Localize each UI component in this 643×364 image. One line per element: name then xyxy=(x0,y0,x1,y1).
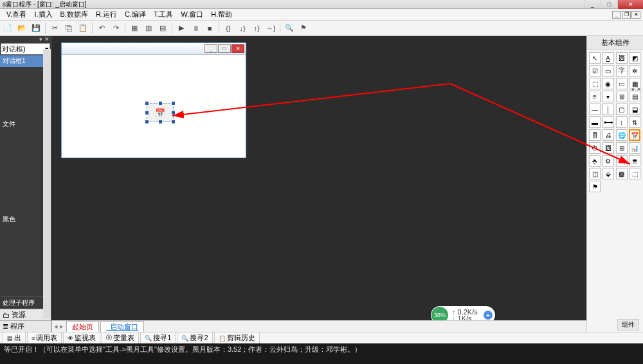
tool-report-icon[interactable]: 📄 xyxy=(616,155,628,167)
resize-handle-br[interactable] xyxy=(172,120,175,123)
tool-hline-icon[interactable]: — xyxy=(589,104,601,115)
menu-view[interactable]: V.查看 xyxy=(3,10,30,19)
tb-paste-icon[interactable]: 📋 xyxy=(77,22,89,35)
tab-program[interactable]: ≣程序 xyxy=(0,320,51,332)
tool-socket-icon[interactable]: ⬘ xyxy=(589,155,601,167)
mdi-close-button[interactable]: ✕ xyxy=(631,11,640,19)
menu-run[interactable]: R.运行 xyxy=(92,10,121,19)
tool-picture-icon[interactable]: 🖼 xyxy=(616,52,628,64)
tool-timer-icon[interactable]: ⏱ xyxy=(589,142,601,154)
resize-handle-bc[interactable] xyxy=(159,120,162,123)
form-minimize-button[interactable]: _ xyxy=(204,44,217,53)
tool-slider-icon[interactable]: ⟷ xyxy=(602,116,614,128)
selected-widget[interactable]: 📅 xyxy=(147,103,174,122)
minimize-button[interactable]: _ xyxy=(584,0,601,9)
design-canvas[interactable]: _ □ ✕ 📅 38% ↑ xyxy=(51,36,586,332)
tb-stop-icon[interactable]: ■ xyxy=(203,22,216,35)
tb-layout1-icon[interactable]: ▦ xyxy=(128,22,141,35)
tb-undo-icon[interactable]: ↶ xyxy=(95,22,108,35)
resize-handle-rc[interactable] xyxy=(172,111,175,114)
tab-search1[interactable]: 🔍搜寻1 xyxy=(140,332,176,344)
tool-com1-icon[interactable]: ◫ xyxy=(589,168,601,179)
panel-pin-icon[interactable]: ▾ ✕ xyxy=(631,86,642,93)
resize-handle-tr[interactable] xyxy=(172,102,175,105)
form-close-button[interactable]: ✕ xyxy=(231,44,244,53)
menu-window[interactable]: W.窗口 xyxy=(177,10,207,19)
tool-calendar-icon[interactable]: 📅 xyxy=(629,129,640,141)
menu-help[interactable]: H.帮助 xyxy=(207,10,236,19)
tool-com3-icon[interactable]: ▩ xyxy=(616,168,628,179)
tab-nav-icon[interactable]: ◂ ▸ xyxy=(54,322,64,331)
tab-watch[interactable]: 👁监视表 xyxy=(63,332,100,344)
tool-group-icon[interactable]: ▭ xyxy=(616,78,628,89)
tool-scroll-icon[interactable]: ↕ xyxy=(616,116,628,128)
tb-step4-icon[interactable]: →} xyxy=(264,22,277,35)
tool-label-icon[interactable]: A̲ xyxy=(602,52,614,64)
tool-db-icon[interactable]: 🗄 xyxy=(589,129,601,141)
tool-image-icon[interactable]: 🖼 xyxy=(602,142,614,154)
mdi-minimize-button[interactable]: _ xyxy=(612,11,621,19)
menu-insert[interactable]: I.插入 xyxy=(30,10,56,19)
tb-find-icon[interactable]: 🔍 xyxy=(283,22,296,35)
tool-rich-icon[interactable]: ≣ xyxy=(629,155,640,167)
tab-start-window[interactable]: _启动窗口 xyxy=(100,321,144,332)
tool-spin-icon[interactable]: ⇅ xyxy=(629,116,640,128)
tb-step1-icon[interactable]: {} xyxy=(222,22,235,35)
tool-shape-icon[interactable]: ◩ xyxy=(629,52,640,64)
tool-pointer-icon[interactable]: ↖ xyxy=(589,52,601,64)
tb-open-icon[interactable]: 📂 xyxy=(15,22,28,35)
scrollbar[interactable] xyxy=(43,49,51,319)
tb-run-icon[interactable]: ▶ xyxy=(175,22,188,35)
tb-bookmark-icon[interactable]: ⚑ xyxy=(297,22,310,35)
tb-step2-icon[interactable]: ↓} xyxy=(236,22,249,35)
resize-handle-lc[interactable] xyxy=(145,111,149,114)
tool-edit-icon[interactable]: ▭ xyxy=(602,65,614,77)
tb-step3-icon[interactable]: ↑} xyxy=(250,22,263,35)
tb-new-icon[interactable]: 📄 xyxy=(1,22,14,35)
tb-copy-icon[interactable]: ⿻ xyxy=(62,22,75,35)
menu-tools[interactable]: T.工具 xyxy=(150,10,177,19)
tb-layout2-icon[interactable]: ▥ xyxy=(142,22,155,35)
tool-vline-icon[interactable]: │ xyxy=(602,104,614,115)
tab-variables[interactable]: ⓥ变量表 xyxy=(102,332,139,344)
tool-sys-icon[interactable]: ✲ xyxy=(629,65,640,77)
tool-tree-icon[interactable]: ⊞ xyxy=(616,91,628,102)
tool-misc-icon[interactable]: ⚑ xyxy=(589,181,601,192)
tab-callstack[interactable]: ≡调用表 xyxy=(27,332,62,344)
tool-com4-icon[interactable]: ⬚ xyxy=(629,168,640,179)
speed-plus-button[interactable]: + xyxy=(484,311,493,320)
close-button[interactable]: ✕ xyxy=(617,0,643,9)
tool-combo-icon[interactable]: ▾ xyxy=(602,91,614,102)
tool-network-icon[interactable]: 🌐 xyxy=(616,129,628,141)
form-maximize-button[interactable]: □ xyxy=(218,44,231,53)
tool-com2-icon[interactable]: ⬙ xyxy=(602,168,614,179)
resize-handle-tl[interactable] xyxy=(145,102,149,105)
tool-radio-icon[interactable]: ◉ xyxy=(602,78,614,89)
tb-redo-icon[interactable]: ↷ xyxy=(109,22,122,35)
pin-icon[interactable]: ▾ ✕ xyxy=(0,36,51,42)
tool-frame-icon[interactable]: ▢ xyxy=(616,104,628,115)
tool-button-icon[interactable]: ⬚ xyxy=(589,78,601,89)
mdi-restore-button[interactable]: ❐ xyxy=(622,11,631,19)
tool-list-icon[interactable]: ≡ xyxy=(589,91,601,102)
form-designer[interactable]: _ □ ✕ 📅 xyxy=(61,42,246,158)
palette-footer[interactable]: 组件 xyxy=(617,319,639,331)
tab-search2[interactable]: 🔍搜寻2 xyxy=(177,332,212,344)
tool-chart-icon[interactable]: 📊 xyxy=(629,142,640,154)
tb-save-icon[interactable]: 💾 xyxy=(30,22,42,35)
tb-pause-icon[interactable]: ⏸ xyxy=(189,22,202,35)
resize-handle-bl[interactable] xyxy=(145,120,149,123)
tool-font-icon[interactable]: 字 xyxy=(616,65,628,77)
resize-handle-tc[interactable] xyxy=(159,102,162,105)
tb-cut-icon[interactable]: ✂ xyxy=(48,22,61,35)
menu-compile[interactable]: C.编译 xyxy=(121,10,150,19)
maximize-button[interactable]: □ xyxy=(601,0,617,9)
tab-cliphistory[interactable]: 📋剪辑历史 xyxy=(214,332,260,344)
tool-checkbox-icon[interactable]: ☑ xyxy=(589,65,601,77)
tb-layout3-icon[interactable]: ▤ xyxy=(156,22,169,35)
tab-start-page[interactable]: 起始页 xyxy=(66,321,99,332)
tool-dll-icon[interactable]: ⚙ xyxy=(602,155,614,167)
menu-database[interactable]: B.数据库 xyxy=(57,10,92,19)
form-body[interactable]: 📅 xyxy=(62,55,246,158)
tool-progress-icon[interactable]: ▬ xyxy=(589,116,601,128)
